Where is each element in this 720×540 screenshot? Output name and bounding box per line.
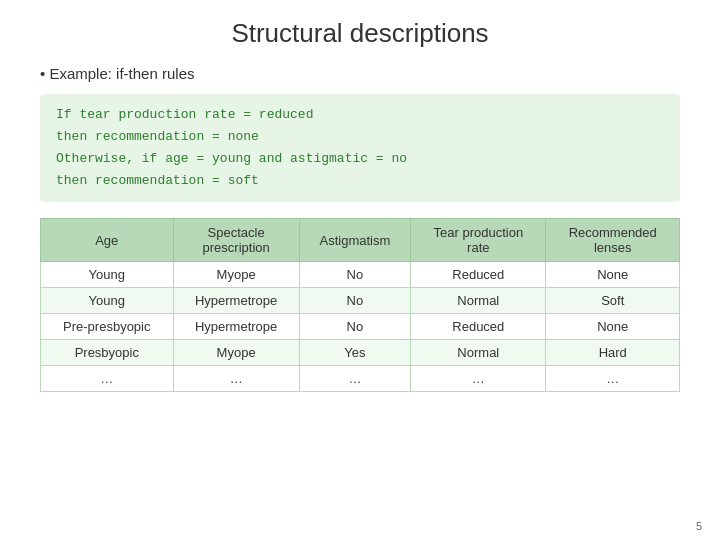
table-cell-3-4: Hard [546,340,680,366]
code-line-3: Otherwise, if age = young and astigmatic… [56,151,407,166]
table-cell-3-3: Normal [411,340,546,366]
code-line-1: If tear production rate = reduced [56,107,313,122]
table-row: YoungMyopeNoReducedNone [41,262,680,288]
table-cell-1-2: No [299,288,410,314]
table-header-4: Recommendedlenses [546,219,680,262]
page-title: Structural descriptions [40,18,680,49]
table-cell-0-3: Reduced [411,262,546,288]
bullet-label: • Example: if-then rules [40,65,680,82]
table-cell-2-3: Reduced [411,314,546,340]
table-cell-4-0: … [41,366,174,392]
page-number: 5 [696,520,702,532]
code-block: If tear production rate = reduced then r… [40,94,680,202]
table-cell-0-0: Young [41,262,174,288]
table-head: AgeSpectacleprescriptionAstigmatismTear … [41,219,680,262]
table-cell-4-1: … [173,366,299,392]
code-line-4: then recommendation = soft [56,173,259,188]
code-line-2: then recommendation = none [56,129,259,144]
table-cell-0-2: No [299,262,410,288]
table-cell-2-1: Hypermetrope [173,314,299,340]
table-row: …………… [41,366,680,392]
table-cell-2-2: No [299,314,410,340]
table-header-3: Tear productionrate [411,219,546,262]
page-container: Structural descriptions • Example: if-th… [0,0,720,540]
table-cell-2-0: Pre-presbyopic [41,314,174,340]
table-cell-4-2: … [299,366,410,392]
table-row: YoungHypermetropeNoNormalSoft [41,288,680,314]
table-cell-1-4: Soft [546,288,680,314]
table-header-1: Spectacleprescription [173,219,299,262]
data-table: AgeSpectacleprescriptionAstigmatismTear … [40,218,680,392]
table-header-row: AgeSpectacleprescriptionAstigmatismTear … [41,219,680,262]
table-cell-3-0: Presbyopic [41,340,174,366]
table-cell-3-1: Myope [173,340,299,366]
table-cell-4-4: … [546,366,680,392]
table-cell-3-2: Yes [299,340,410,366]
table-header-0: Age [41,219,174,262]
table-cell-1-3: Normal [411,288,546,314]
table-row: PresbyopicMyopeYesNormalHard [41,340,680,366]
table-cell-4-3: … [411,366,546,392]
table-cell-1-1: Hypermetrope [173,288,299,314]
table-cell-0-4: None [546,262,680,288]
table-cell-2-4: None [546,314,680,340]
table-header-2: Astigmatism [299,219,410,262]
table-cell-1-0: Young [41,288,174,314]
table-body: YoungMyopeNoReducedNoneYoungHypermetrope… [41,262,680,392]
table-cell-0-1: Myope [173,262,299,288]
table-row: Pre-presbyopicHypermetropeNoReducedNone [41,314,680,340]
